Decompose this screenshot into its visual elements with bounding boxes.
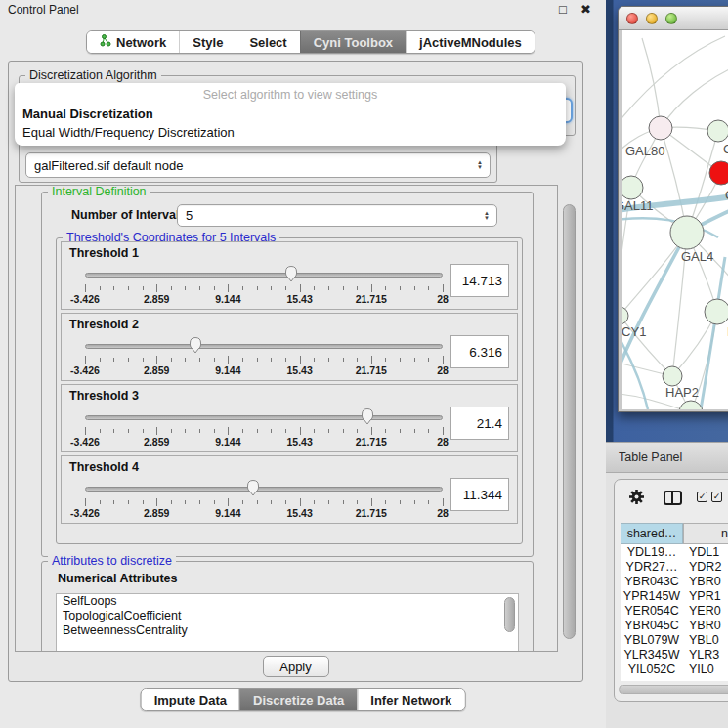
tick-mark [357, 429, 358, 433]
network-node[interactable] [649, 116, 672, 140]
network-node[interactable] [622, 307, 628, 324]
network-node[interactable] [622, 176, 643, 199]
column-header-shared-name[interactable]: shared… [621, 523, 683, 544]
network-window-titlebar[interactable] [619, 7, 728, 30]
checkbox-icon[interactable]: ✓ [697, 492, 707, 502]
tab-jactivemnodules[interactable]: jActiveMNodules [406, 31, 535, 53]
slider-tick-labels: -3.4262.8599.14415.4321.71528 [85, 364, 443, 376]
gear-icon[interactable] [628, 489, 645, 509]
settings-vertical-scrollbar[interactable] [563, 204, 576, 639]
tick-mark [199, 286, 200, 290]
tick-mark [314, 358, 315, 362]
close-traffic-light[interactable] [626, 13, 638, 24]
attributes-list-scrollbar[interactable] [504, 597, 515, 632]
table-row[interactable]: YLR345WYLR3 [621, 647, 728, 662]
dropdown-placeholder-option[interactable]: Select algorithm to view settings [15, 83, 566, 105]
network-node[interactable] [679, 401, 703, 409]
tab-network[interactable]: Network [87, 31, 179, 53]
network-node[interactable] [663, 366, 682, 386]
threshold-slider[interactable]: -3.4262.8599.14415.4321.71528 [85, 407, 443, 451]
column-header-name[interactable]: n [683, 523, 728, 544]
table-row[interactable]: YDL19…YDL1 [621, 544, 728, 559]
network-node[interactable] [709, 161, 728, 185]
tick-label: 15.43 [286, 436, 312, 448]
tick-mark [328, 429, 329, 433]
apply-button[interactable]: Apply [263, 656, 329, 677]
table-row[interactable]: YBR043CYBR0 [621, 574, 728, 588]
tick-mark [257, 429, 258, 433]
float-window-icon[interactable]: □ [559, 2, 567, 17]
slider-thumb-icon[interactable] [189, 336, 203, 354]
slider-track[interactable] [85, 415, 443, 420]
dropdown-option[interactable]: Equal Width/Frequency Discretization [15, 123, 566, 142]
tick-mark [85, 427, 86, 435]
attribute-list-item[interactable]: TopologicalCoefficient [57, 609, 518, 623]
checkbox-icon[interactable]: ✓ [711, 492, 722, 502]
table-row[interactable]: YBL079WYBL0 [621, 632, 728, 647]
node-label: GA [723, 142, 728, 156]
tick-mark [242, 429, 243, 433]
network-canvas[interactable]: GAL80GACGAL11GAL4GCY1HHAP2 [622, 30, 728, 409]
tick-mark [385, 429, 386, 433]
tick-mark [314, 500, 315, 504]
threshold-label: Threshold 1 [69, 246, 139, 260]
slider-thumb-icon[interactable] [246, 479, 261, 496]
table-row[interactable]: YER054CYER0 [621, 603, 728, 618]
right-panel: GAL80GACGAL11GAL4GCY1HHAP2 Table Panel [606, 0, 728, 728]
tab-infer-network[interactable]: Infer Network [357, 689, 464, 710]
network-node[interactable] [705, 299, 728, 324]
dropdown-option[interactable]: Manual Discretization [15, 105, 566, 123]
tick-mark [128, 358, 129, 362]
threshold-slider[interactable]: -3.4262.8599.14415.4321.71528 [85, 478, 443, 523]
tick-mark [400, 429, 401, 433]
attribute-list-item[interactable]: SelfLoops [57, 594, 518, 609]
tab-style[interactable]: Style [179, 31, 236, 53]
minimize-traffic-light[interactable] [646, 13, 658, 24]
table-data-combo[interactable]: galFiltered.sif default node ▲▼ [25, 152, 491, 178]
threshold-value-field[interactable]: 6.316 [450, 335, 509, 368]
tick-mark [428, 286, 429, 290]
network-node[interactable] [707, 120, 728, 142]
cell-name: YBL0 [683, 633, 719, 647]
tick-mark [428, 358, 429, 362]
table-row[interactable]: YDR27…YDR2 [621, 559, 728, 574]
node-label: HAP2 [665, 385, 699, 400]
slider-thumb-icon[interactable] [361, 407, 375, 425]
slider-thumb-icon[interactable] [284, 265, 299, 282]
tick-mark [285, 500, 286, 504]
slider-track[interactable] [85, 344, 443, 349]
numerical-attributes-label: Numerical Attributes [58, 572, 177, 585]
tick-mark [171, 429, 172, 433]
table-row[interactable]: YBR045CYBR0 [621, 618, 728, 632]
slider-tick-labels: -3.4262.8599.14415.4321.71528 [85, 507, 443, 519]
number-of-intervals-combo[interactable]: 5 ▲▼ [177, 204, 497, 227]
zoom-traffic-light[interactable] [665, 13, 677, 24]
tick-mark [199, 358, 200, 362]
tab-discretize-data[interactable]: Discretize Data [239, 689, 357, 710]
threshold-value-field[interactable]: 11.344 [450, 478, 509, 511]
slider-track[interactable] [85, 487, 443, 492]
attribute-list-item[interactable]: BetweennessCentrality [57, 623, 518, 638]
node-table: shared… n YDL19…YDL1YDR27…YDR2YBR043CYBR… [621, 523, 728, 681]
tab-select[interactable]: Select [236, 31, 299, 53]
close-icon[interactable]: ✖ [580, 2, 591, 17]
tick-label: 2.859 [144, 364, 169, 376]
threshold-value-field[interactable]: 21.4 [450, 407, 509, 440]
interval-definition-group: Interval Definition Number of Intervals … [41, 192, 534, 557]
table-horizontal-scrollbar[interactable] [619, 685, 728, 694]
slider-track[interactable] [85, 273, 443, 278]
threshold-panel: Threshold 2 -3.4262.8599.14415.4321.7152… [61, 313, 518, 381]
threshold-slider[interactable]: -3.4262.8599.14415.4321.71528 [85, 335, 443, 380]
threshold-slider[interactable]: -3.4262.8599.14415.4321.71528 [85, 264, 443, 309]
table-row[interactable]: YPR145WYPR1 [621, 588, 728, 603]
split-table-icon[interactable] [664, 491, 682, 505]
threshold-value-field[interactable]: 14.713 [450, 264, 509, 297]
table-data-combo-value: galFiltered.sif default node [34, 158, 183, 173]
tick-label: 28 [437, 293, 449, 305]
tab-impute-data[interactable]: Impute Data [142, 689, 239, 710]
table-row[interactable]: YIL052CYIL0 [621, 662, 728, 676]
tick-mark [113, 429, 114, 433]
tab-cyni-toolbox[interactable]: Cyni Toolbox [300, 31, 406, 53]
cell-shared-name: YER054C [621, 604, 683, 618]
network-node[interactable] [670, 216, 704, 249]
